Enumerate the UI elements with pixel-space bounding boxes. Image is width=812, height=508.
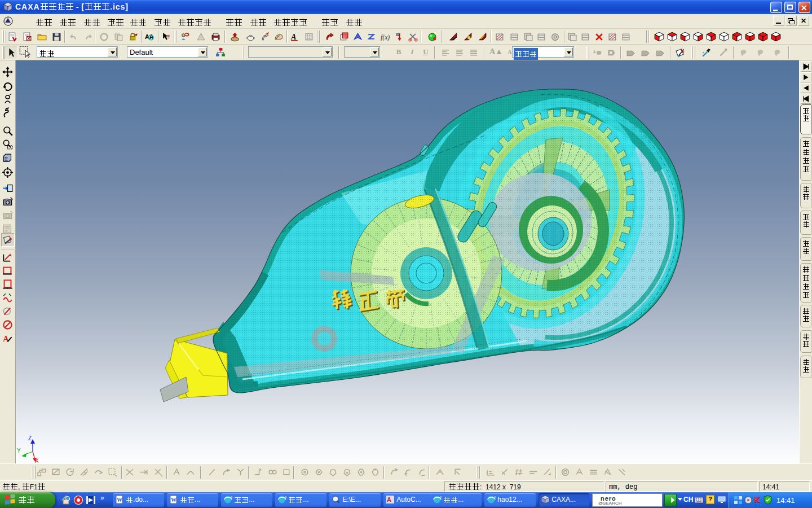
svg-text:f(x): f(x) [381,34,390,41]
svg-text:A: A [3,334,9,343]
svg-text:Y: Y [17,448,21,454]
svg-text:A: A [290,33,296,41]
svg-text:W: W [171,497,176,503]
svg-text:X: X [35,458,39,463]
svg-text:W: W [117,497,122,503]
svg-text:±: ± [593,49,596,54]
svg-text:?: ? [167,33,170,40]
svg-text:Z: Z [28,435,32,441]
svg-text:A: A [387,496,391,503]
